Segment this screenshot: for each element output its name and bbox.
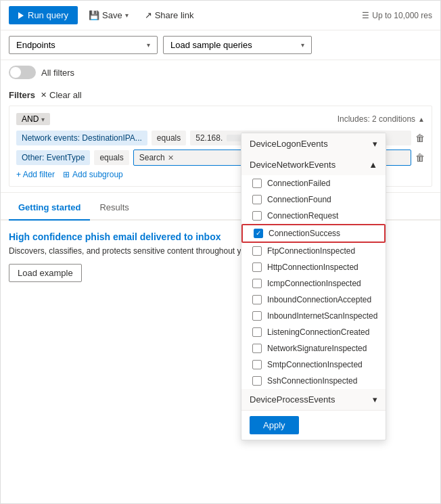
filter-field-1[interactable]: Network events: DestinationIPA... [16,131,147,145]
main-container: Run query 💾 Save ▾ ↗ Share link ☰ Up to … [0,0,441,504]
save-button[interactable]: 💾 Save ▾ [83,6,134,24]
run-query-button[interactable]: Run query [9,6,78,24]
event-type-dropdown-overlay: DeviceLogonEvents ▾ DeviceNetworkEvents … [241,133,386,440]
all-filters-toggle[interactable] [9,66,36,79]
logon-chevron-icon: ▾ [373,139,377,149]
schema-chevron-icon: ▾ [147,41,150,49]
filters-label: Filters [9,90,35,100]
and-chevron-icon: ▾ [41,116,45,123]
item-listening-connection[interactable]: ListeningConnectionCreated [241,324,386,340]
play-icon [18,12,24,19]
network-chevron-icon: ▲ [369,160,377,170]
schema-dropdown-label: Endpoints [16,40,55,50]
clear-all-button[interactable]: ✕ Clear all [41,90,82,100]
checkbox-inbound-connection[interactable] [252,295,262,304]
filter-operator-2[interactable]: equals [94,150,129,165]
share-link-label: Share link [155,10,194,20]
checkbox-connection-found[interactable] [252,195,262,204]
apply-button[interactable]: Apply [250,416,299,434]
conditions-header: AND ▾ Includes: 2 conditions ▲ [16,113,425,125]
toolbar: Run query 💾 Save ▾ ↗ Share link ☰ Up to … [1,1,440,30]
dropdown-list: DeviceLogonEvents ▾ DeviceNetworkEvents … [241,133,386,410]
filter-field-2[interactable]: Other: EventType [16,150,90,165]
list-icon: ☰ [362,11,369,20]
item-ssh-connection[interactable]: SshConnectionInspected [241,373,386,389]
conditions-chevron-icon: ▲ [418,116,425,123]
checkbox-ftp-connection[interactable] [252,246,262,256]
filter-delete-1[interactable]: 🗑 [415,133,425,143]
all-filters-label: All filters [41,68,74,78]
schema-dropdown[interactable]: Endpoints ▾ [9,36,158,54]
item-connection-success[interactable]: ConnectionSuccess [241,224,386,243]
filter-delete-2[interactable]: 🗑 [415,152,425,163]
section-device-logon-events[interactable]: DeviceLogonEvents ▾ [241,133,386,154]
checkbox-inbound-internet-scan[interactable] [252,311,262,321]
filters-header: Filters ✕ Clear all [9,90,432,100]
filter-operator-1[interactable]: equals [152,131,186,145]
apply-row: Apply [241,410,386,440]
save-chevron-icon: ▾ [125,12,129,19]
includes-label: Includes: 2 conditions ▲ [338,114,425,124]
item-connection-failed[interactable]: ConnectionFailed [241,175,386,191]
checkbox-icmp-connection[interactable] [252,279,262,288]
save-label: Save [102,10,122,20]
item-connection-request[interactable]: ConnectionRequest [241,208,386,224]
save-icon: 💾 [89,10,99,20]
item-smtp-connection[interactable]: SmtpConnectionInspected [241,357,386,373]
clear-x-icon: ✕ [41,91,47,99]
item-inbound-connection-accepted[interactable]: InboundConnectionAccepted [241,292,386,308]
add-subgroup-icon: ⊞ [63,170,70,179]
checkbox-smtp-connection[interactable] [252,360,262,369]
sample-queries-label: Load sample queries [170,40,252,50]
section-device-process-events[interactable]: DeviceProcessEvents ▾ [241,389,386,410]
dropdowns-row: Endpoints ▾ Load sample queries ▾ [1,30,440,60]
item-ftp-connection-inspected[interactable]: FtpConnectionInspected [241,243,386,259]
share-link-button[interactable]: ↗ Share link [139,6,200,24]
all-filters-row: All filters [1,60,440,85]
checkbox-network-signature[interactable] [252,344,262,353]
checkbox-listening-connection[interactable] [252,327,262,337]
item-http-connection-inspected[interactable]: HttpConnectionInspected [241,259,386,275]
checkbox-connection-failed[interactable] [252,179,262,188]
checkbox-connection-request[interactable] [252,211,262,221]
share-icon: ↗ [145,10,152,20]
sample-queries-dropdown[interactable]: Load sample queries ▾ [163,36,312,54]
section-device-network-events[interactable]: DeviceNetworkEvents ▲ [241,154,386,175]
and-operator-badge[interactable]: AND ▾ [16,113,50,125]
and-label: AND [22,114,39,124]
item-connection-found[interactable]: ConnectionFound [241,191,386,208]
clear-all-label: Clear all [49,90,82,100]
results-limit: ☰ Up to 10,000 res [362,11,432,20]
add-filter-button[interactable]: + Add filter [16,170,55,179]
checkbox-ssh-connection[interactable] [252,376,262,386]
load-example-button[interactable]: Load example [9,264,82,282]
checkbox-connection-success[interactable] [254,229,263,238]
toggle-thumb [10,67,21,78]
add-subgroup-button[interactable]: ⊞ Add subgroup [63,170,123,179]
tab-results[interactable]: Results [90,196,138,221]
tab-getting-started[interactable]: Getting started [9,196,90,221]
checkbox-http-connection[interactable] [252,262,262,272]
item-network-signature[interactable]: NetworkSignatureInspected [241,340,386,357]
process-chevron-icon: ▾ [373,394,377,405]
sample-chevron-icon: ▾ [301,41,304,49]
item-inbound-internet-scan[interactable]: InboundInternetScanInspected [241,308,386,324]
run-query-label: Run query [28,10,68,20]
filter-value-clear-2[interactable]: ✕ [168,154,174,162]
item-icmp-connection-inspected[interactable]: IcmpConnectionInspected [241,275,386,292]
